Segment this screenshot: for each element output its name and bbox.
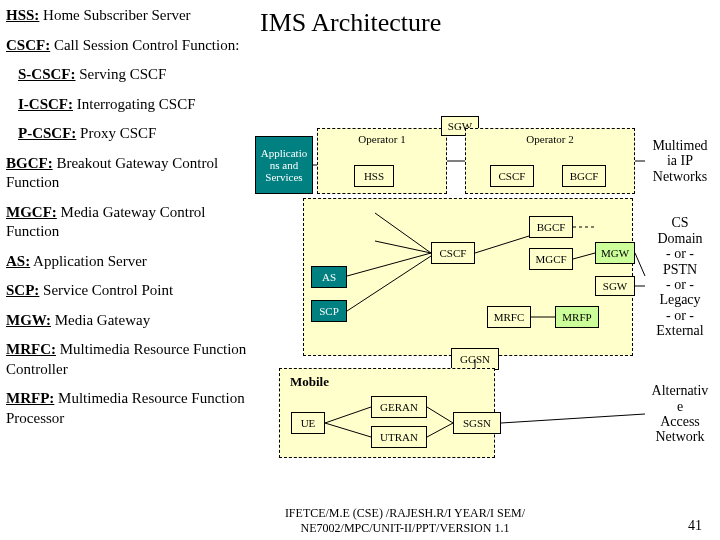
box-cscf-mid: CSCF	[431, 242, 475, 264]
box-sgw-mid: SGW	[595, 276, 635, 296]
box-geran: GERAN	[371, 396, 427, 418]
gloss-term: MRFP:	[6, 390, 54, 406]
gloss-term: I-CSCF:	[18, 96, 73, 112]
box-bgcf-top: BGCF	[562, 165, 606, 187]
box-bgcf-mid: BGCF	[529, 216, 573, 238]
label-operator1: Operator 1	[320, 133, 444, 145]
box-mrfc: MRFC	[487, 306, 531, 328]
operator2-group: Operator 2 CSCF BGCF	[465, 128, 635, 194]
gloss-term: S-CSCF:	[18, 66, 76, 82]
gloss-term: BGCF:	[6, 155, 53, 171]
box-mgw: MGW	[595, 242, 635, 264]
page-title: IMS Architecture	[260, 8, 441, 38]
page-number: 41	[688, 518, 702, 534]
label-cs-domain: CS Domain - or - PSTN - or - Legacy - or…	[645, 212, 715, 342]
label-operator2: Operator 2	[468, 133, 632, 145]
gloss-def: Serving CSCF	[79, 66, 166, 82]
operator1-group: Operator 1 HSS	[317, 128, 447, 194]
box-scp: SCP	[311, 300, 347, 322]
gloss-def: Proxy CSCF	[80, 125, 156, 141]
gloss-def: Interrogating CSCF	[77, 96, 196, 112]
gloss-term: HSS:	[6, 7, 39, 23]
gloss-term: MRFC:	[6, 341, 56, 357]
svg-line-19	[501, 414, 645, 423]
gloss-def: Service Control Point	[43, 282, 173, 298]
box-cscf-top: CSCF	[490, 165, 534, 187]
label-alt-access: Alternativ e Access Network	[645, 374, 715, 454]
box-as: AS	[311, 266, 347, 288]
footer-text: IFETCE/M.E (CSE) /RAJESH.R/I YEAR/I SEM/…	[255, 506, 555, 536]
svg-line-17	[635, 253, 645, 276]
core-domain	[303, 198, 633, 356]
box-ue: UE	[291, 412, 325, 434]
gloss-def: Application Server	[33, 253, 147, 269]
box-utran: UTRAN	[371, 426, 427, 448]
gloss-def: Home Subscriber Server	[43, 7, 190, 23]
box-mgcf: MGCF	[529, 248, 573, 270]
glossary-list: HSS: Home Subscriber Server CSCF: Call S…	[6, 6, 250, 438]
label-mobile: Mobile	[290, 375, 492, 389]
gloss-def: Call Session Control Function:	[54, 37, 239, 53]
gloss-term: CSCF:	[6, 37, 50, 53]
label-multimedia: Multimed ia IP Networks	[645, 130, 715, 192]
gloss-term: AS:	[6, 253, 30, 269]
box-sgsn: SGSN	[453, 412, 501, 434]
box-mrfp: MRFP	[555, 306, 599, 328]
box-ggsn: GGSN	[451, 348, 499, 370]
gloss-term: SCP:	[6, 282, 39, 298]
box-hss: HSS	[354, 165, 394, 187]
gloss-term: P-CSCF:	[18, 125, 76, 141]
gloss-term: MGCF:	[6, 204, 57, 220]
gloss-def: Media Gateway	[55, 312, 150, 328]
ims-diagram: Applicatio ns and Services Operator 1 HS…	[255, 116, 715, 516]
box-app-services: Applicatio ns and Services	[255, 136, 313, 194]
gloss-term: MGW:	[6, 312, 51, 328]
